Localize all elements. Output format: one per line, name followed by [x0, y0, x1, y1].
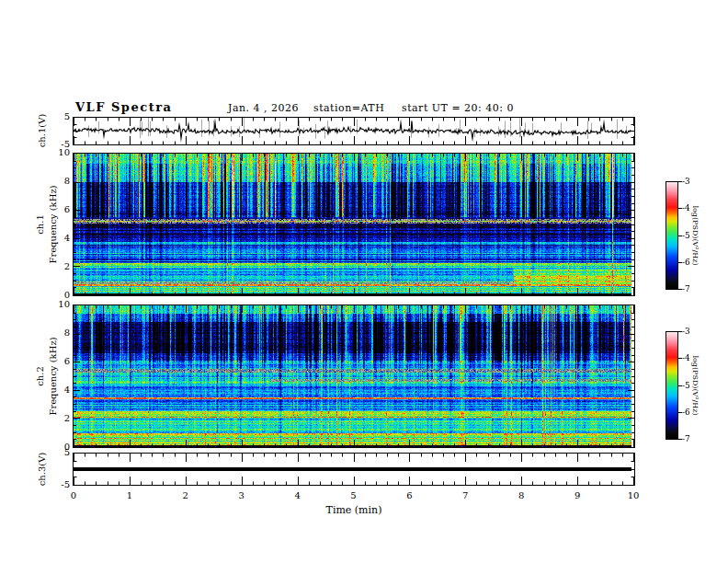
colorbar-tick-label: -7: [682, 435, 690, 443]
ch1-waveform-panel: [73, 117, 635, 145]
figure-title: VLF Spectra: [75, 100, 172, 114]
vlf-spectra-figure: VLF Spectra Jan. 4 , 2026 station=ATH st…: [0, 0, 728, 563]
colorbar-2-canvas: [665, 331, 683, 440]
y-tick-label: 10: [40, 148, 70, 157]
ch1-waveform-canvas: [74, 118, 634, 144]
colorbar-2: [665, 331, 683, 443]
y-tick-label: 8: [40, 328, 70, 338]
x-tick-label: 9: [574, 491, 580, 500]
figure-start-ut: start UT = 20: 40: 0: [402, 102, 514, 114]
colorbar-tick-label: -7: [682, 285, 690, 293]
x-tick-label: 0: [71, 491, 76, 500]
ch2-spectrogram-canvas: [74, 305, 634, 447]
x-tick-label: 7: [462, 491, 468, 500]
ch3-waveform-panel: [73, 453, 635, 486]
colorbar-tick-label: -5: [682, 381, 690, 389]
y-tick-label: 4: [40, 385, 70, 395]
y-tick-label: 5: [40, 112, 70, 121]
y-tick-label: 6: [40, 357, 70, 366]
y-tick-label: 8: [40, 177, 70, 186]
x-tick-label: 4: [294, 491, 300, 500]
colorbar-tick-label: -3: [682, 327, 690, 336]
ch3-waveform-canvas: [74, 454, 634, 485]
x-tick-label: 8: [518, 491, 524, 500]
x-tick-label: 10: [628, 491, 640, 500]
colorbar-tick-label: -6: [682, 258, 690, 266]
x-tick-label: 6: [406, 491, 412, 500]
y-tick-label: 6: [40, 205, 70, 214]
colorbar-tick-label: -5: [682, 231, 690, 239]
x-tick-label: 5: [350, 491, 356, 500]
colorbar-tick-label: -4: [682, 354, 690, 362]
ch1-frequency-axis-label-line2: Frequency (kHz): [49, 185, 58, 263]
ch2-spectrogram-panel: [73, 304, 635, 448]
figure-station: station=ATH: [313, 102, 384, 114]
ch2-frequency-axis-label-line2: Frequency (kHz): [49, 337, 58, 415]
y-tick-label: 10: [40, 300, 70, 309]
colorbar-1: [665, 181, 683, 293]
y-tick-label: 4: [40, 234, 70, 243]
colorbar-tick-label: -4: [682, 204, 690, 213]
colorbar-1-canvas: [665, 181, 683, 290]
ch1-spectrogram-panel: [73, 153, 635, 296]
y-tick-label: 5: [40, 448, 70, 457]
x-tick-label: 3: [239, 491, 245, 500]
x-tick-label: 1: [127, 491, 132, 500]
y-tick-label: 2: [40, 262, 70, 271]
x-tick-label: 2: [183, 491, 188, 500]
ch2-frequency-axis-label-line1: ch.2: [36, 366, 45, 386]
colorbar-tick-label: -6: [682, 408, 690, 416]
colorbar-1-label: log(PSD)(V²/Hz): [691, 205, 699, 265]
y-tick-label: -5: [40, 480, 70, 489]
ch1-spectrogram-canvas: [74, 154, 634, 295]
x-axis-label: Time (min): [326, 504, 382, 516]
colorbar-2-label: log(PSD)(V²/Hz): [691, 355, 699, 415]
ch1-frequency-axis-label-line1: ch.1: [36, 214, 45, 235]
y-tick-label: 2: [40, 414, 70, 423]
figure-date: Jan. 4 , 2026: [228, 102, 299, 114]
colorbar-tick-label: -3: [682, 178, 690, 186]
